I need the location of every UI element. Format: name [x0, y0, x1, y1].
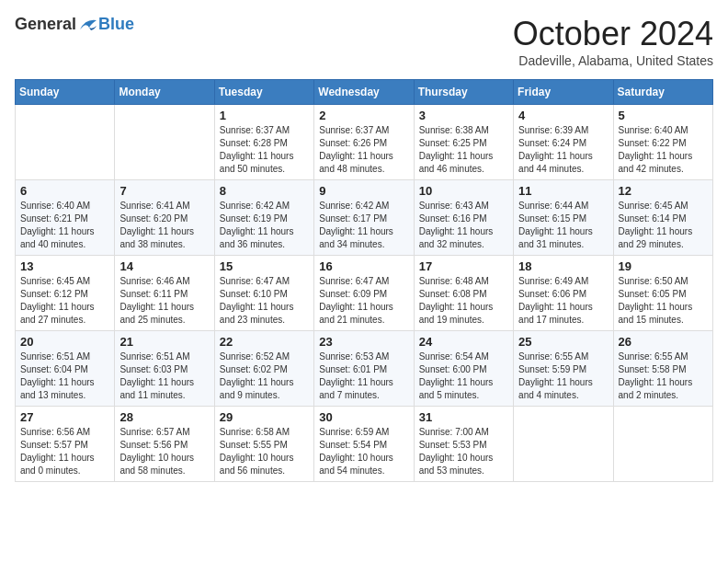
day-info: Sunrise: 6:45 AM Sunset: 6:14 PM Dayligh…	[619, 200, 708, 251]
day-number: 16	[319, 259, 408, 273]
day-info: Sunrise: 6:38 AM Sunset: 6:25 PM Dayligh…	[419, 124, 508, 176]
day-number: 14	[119, 259, 209, 273]
day-number: 23	[319, 335, 408, 349]
day-of-week-header: Saturday	[613, 80, 712, 105]
day-info: Sunrise: 6:56 AM Sunset: 5:57 PM Dayligh…	[20, 426, 109, 477]
day-of-week-header: Monday	[115, 80, 214, 105]
calendar-cell: 12Sunrise: 6:45 AM Sunset: 6:14 PM Dayli…	[613, 180, 712, 256]
day-number: 8	[220, 184, 309, 198]
calendar-cell: 5Sunrise: 6:40 AM Sunset: 6:22 PM Daylig…	[613, 105, 712, 180]
day-info: Sunrise: 6:51 AM Sunset: 6:04 PM Dayligh…	[20, 350, 109, 402]
calendar-week-row: 6Sunrise: 6:40 AM Sunset: 6:21 PM Daylig…	[16, 180, 713, 256]
day-info: Sunrise: 6:37 AM Sunset: 6:26 PM Dayligh…	[319, 124, 408, 176]
calendar-cell: 23Sunrise: 6:53 AM Sunset: 6:01 PM Dayli…	[314, 331, 414, 407]
calendar-week-row: 27Sunrise: 6:56 AM Sunset: 5:57 PM Dayli…	[16, 407, 713, 482]
day-number: 27	[20, 410, 109, 424]
page-header: General Blue October 2024 Dadeville, Ala…	[15, 15, 713, 68]
day-number: 20	[20, 335, 109, 349]
day-number: 4	[518, 109, 608, 122]
calendar-cell: 28Sunrise: 6:57 AM Sunset: 5:56 PM Dayli…	[115, 407, 214, 482]
day-number: 1	[220, 109, 309, 122]
day-info: Sunrise: 6:47 AM Sunset: 6:10 PM Dayligh…	[220, 275, 309, 327]
title-section: October 2024 Dadeville, Alabama, United …	[513, 15, 713, 68]
day-info: Sunrise: 6:45 AM Sunset: 6:12 PM Dayligh…	[20, 275, 109, 327]
location-subtitle: Dadeville, Alabama, United States	[513, 53, 713, 68]
day-info: Sunrise: 6:40 AM Sunset: 6:21 PM Dayligh…	[20, 200, 109, 251]
calendar-cell	[514, 407, 613, 482]
day-number: 24	[419, 335, 508, 349]
calendar-table: SundayMondayTuesdayWednesdayThursdayFrid…	[15, 79, 713, 482]
calendar-cell: 14Sunrise: 6:46 AM Sunset: 6:11 PM Dayli…	[115, 256, 214, 331]
day-number: 22	[220, 335, 309, 349]
day-of-week-header: Sunday	[16, 80, 115, 105]
day-info: Sunrise: 6:55 AM Sunset: 5:58 PM Dayligh…	[619, 350, 708, 402]
day-info: Sunrise: 6:57 AM Sunset: 5:56 PM Dayligh…	[119, 426, 209, 477]
day-number: 15	[220, 259, 309, 273]
day-number: 31	[419, 410, 508, 424]
day-number: 30	[319, 410, 408, 424]
day-info: Sunrise: 6:49 AM Sunset: 6:06 PM Dayligh…	[518, 275, 608, 327]
day-info: Sunrise: 6:53 AM Sunset: 6:01 PM Dayligh…	[319, 350, 408, 402]
calendar-cell: 27Sunrise: 6:56 AM Sunset: 5:57 PM Dayli…	[16, 407, 115, 482]
logo-blue-text: Blue	[98, 15, 134, 34]
calendar-cell: 21Sunrise: 6:51 AM Sunset: 6:03 PM Dayli…	[115, 331, 214, 407]
day-number: 26	[619, 335, 708, 349]
calendar-cell: 7Sunrise: 6:41 AM Sunset: 6:20 PM Daylig…	[115, 180, 214, 256]
calendar-cell: 20Sunrise: 6:51 AM Sunset: 6:04 PM Dayli…	[16, 331, 115, 407]
calendar-cell: 2Sunrise: 6:37 AM Sunset: 6:26 PM Daylig…	[314, 105, 414, 180]
day-number: 7	[119, 184, 209, 198]
day-number: 21	[119, 335, 209, 349]
calendar-cell: 25Sunrise: 6:55 AM Sunset: 5:59 PM Dayli…	[514, 331, 613, 407]
calendar-cell: 6Sunrise: 6:40 AM Sunset: 6:21 PM Daylig…	[16, 180, 115, 256]
calendar-week-row: 20Sunrise: 6:51 AM Sunset: 6:04 PM Dayli…	[16, 331, 713, 407]
day-info: Sunrise: 6:42 AM Sunset: 6:17 PM Dayligh…	[319, 200, 408, 251]
day-info: Sunrise: 6:58 AM Sunset: 5:55 PM Dayligh…	[220, 426, 309, 477]
calendar-cell: 29Sunrise: 6:58 AM Sunset: 5:55 PM Dayli…	[214, 407, 313, 482]
calendar-header-row: SundayMondayTuesdayWednesdayThursdayFrid…	[16, 80, 713, 105]
day-number: 18	[518, 259, 608, 273]
day-number: 10	[419, 184, 508, 198]
calendar-week-row: 13Sunrise: 6:45 AM Sunset: 6:12 PM Dayli…	[16, 256, 713, 331]
calendar-cell: 26Sunrise: 6:55 AM Sunset: 5:58 PM Dayli…	[613, 331, 712, 407]
calendar-cell: 4Sunrise: 6:39 AM Sunset: 6:24 PM Daylig…	[514, 105, 613, 180]
calendar-cell: 19Sunrise: 6:50 AM Sunset: 6:05 PM Dayli…	[613, 256, 712, 331]
day-of-week-header: Friday	[514, 80, 613, 105]
calendar-cell: 1Sunrise: 6:37 AM Sunset: 6:28 PM Daylig…	[214, 105, 313, 180]
day-number: 9	[319, 184, 408, 198]
day-number: 12	[619, 184, 708, 198]
day-info: Sunrise: 6:51 AM Sunset: 6:03 PM Dayligh…	[119, 350, 209, 402]
day-number: 5	[619, 109, 708, 122]
calendar-cell: 13Sunrise: 6:45 AM Sunset: 6:12 PM Dayli…	[16, 256, 115, 331]
calendar-cell: 24Sunrise: 6:54 AM Sunset: 6:00 PM Dayli…	[414, 331, 513, 407]
logo-general-text: General	[15, 15, 76, 34]
calendar-cell: 3Sunrise: 6:38 AM Sunset: 6:25 PM Daylig…	[414, 105, 513, 180]
day-number: 25	[518, 335, 608, 349]
day-number: 17	[419, 259, 508, 273]
calendar-cell: 31Sunrise: 7:00 AM Sunset: 5:53 PM Dayli…	[414, 407, 513, 482]
day-info: Sunrise: 6:59 AM Sunset: 5:54 PM Dayligh…	[319, 426, 408, 477]
day-info: Sunrise: 7:00 AM Sunset: 5:53 PM Dayligh…	[419, 426, 508, 477]
day-info: Sunrise: 6:52 AM Sunset: 6:02 PM Dayligh…	[220, 350, 309, 402]
calendar-cell: 22Sunrise: 6:52 AM Sunset: 6:02 PM Dayli…	[214, 331, 313, 407]
calendar-cell: 16Sunrise: 6:47 AM Sunset: 6:09 PM Dayli…	[314, 256, 414, 331]
day-info: Sunrise: 6:55 AM Sunset: 5:59 PM Dayligh…	[518, 350, 608, 402]
logo: General Blue	[15, 15, 134, 34]
calendar-cell: 8Sunrise: 6:42 AM Sunset: 6:19 PM Daylig…	[214, 180, 313, 256]
day-info: Sunrise: 6:40 AM Sunset: 6:22 PM Dayligh…	[619, 124, 708, 176]
day-number: 11	[518, 184, 608, 198]
day-number: 2	[319, 109, 408, 122]
day-info: Sunrise: 6:39 AM Sunset: 6:24 PM Dayligh…	[518, 124, 608, 176]
day-number: 13	[20, 259, 109, 273]
day-info: Sunrise: 6:54 AM Sunset: 6:00 PM Dayligh…	[419, 350, 508, 402]
day-info: Sunrise: 6:47 AM Sunset: 6:09 PM Dayligh…	[319, 275, 408, 327]
day-info: Sunrise: 6:42 AM Sunset: 6:19 PM Dayligh…	[220, 200, 309, 251]
day-of-week-header: Wednesday	[314, 80, 414, 105]
day-info: Sunrise: 6:50 AM Sunset: 6:05 PM Dayligh…	[619, 275, 708, 327]
month-title: October 2024	[513, 15, 713, 53]
calendar-cell: 10Sunrise: 6:43 AM Sunset: 6:16 PM Dayli…	[414, 180, 513, 256]
day-of-week-header: Thursday	[414, 80, 513, 105]
day-info: Sunrise: 6:48 AM Sunset: 6:08 PM Dayligh…	[419, 275, 508, 327]
day-number: 3	[419, 109, 508, 122]
day-info: Sunrise: 6:46 AM Sunset: 6:11 PM Dayligh…	[119, 275, 209, 327]
calendar-cell: 9Sunrise: 6:42 AM Sunset: 6:17 PM Daylig…	[314, 180, 414, 256]
